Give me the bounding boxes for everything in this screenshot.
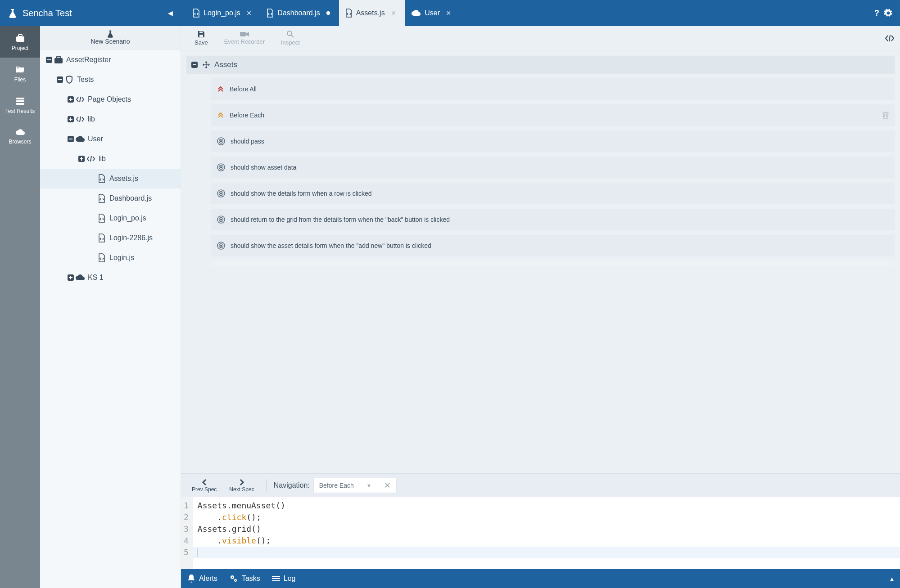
help-button[interactable]: ? bbox=[874, 9, 879, 18]
expand-icon[interactable] bbox=[66, 96, 75, 103]
file-code-icon bbox=[345, 9, 353, 18]
line-gutter: 12345 bbox=[181, 497, 193, 569]
spec-row[interactable]: should return to the grid from the detai… bbox=[211, 209, 895, 230]
svg-line-30 bbox=[291, 35, 294, 37]
tree-node-page-objects[interactable]: Page Objects bbox=[40, 90, 181, 109]
activity-test-results[interactable]: Test Results bbox=[0, 89, 40, 121]
expand-icon[interactable] bbox=[45, 56, 54, 63]
chevron-left-icon bbox=[201, 478, 208, 486]
new-scenario-button[interactable]: New Scenario bbox=[40, 26, 181, 50]
svg-rect-6 bbox=[47, 59, 51, 60]
tab-dashboard-js[interactable]: Dashboard.js bbox=[260, 0, 339, 26]
move-icon bbox=[203, 61, 210, 68]
svg-point-46 bbox=[221, 167, 222, 168]
navigation-select[interactable]: Before Each ▾ ✕ bbox=[313, 478, 397, 493]
tree-node-tests[interactable]: Tests bbox=[40, 70, 181, 90]
save-button[interactable]: Save bbox=[186, 28, 216, 48]
spec-row[interactable]: Before All bbox=[211, 78, 895, 100]
chevron-down-icon: ▾ bbox=[367, 482, 371, 489]
inspect-button[interactable]: Inspect bbox=[273, 28, 308, 48]
svg-rect-20 bbox=[69, 139, 72, 139]
tree-node-user[interactable]: User bbox=[40, 129, 181, 149]
code-editor[interactable]: 12345 Assets.menuAsset() .click();Assets… bbox=[181, 497, 900, 569]
svg-rect-33 bbox=[193, 64, 196, 65]
tabs-area: Login_po.js×Dashboard.jsAssets.js×User×? bbox=[181, 0, 900, 26]
cloud-icon bbox=[75, 274, 85, 281]
tasks-button[interactable]: Tasks bbox=[229, 574, 260, 583]
tree-node-lib[interactable]: lib bbox=[40, 109, 181, 129]
svg-point-59 bbox=[235, 580, 236, 581]
svg-line-31 bbox=[889, 35, 890, 41]
tree-node-assets-js[interactable]: Assets.js bbox=[40, 169, 181, 189]
clear-navigation-button[interactable]: ✕ bbox=[384, 480, 391, 490]
trash-icon[interactable] bbox=[882, 111, 889, 119]
code-content[interactable]: Assets.menuAsset() .click();Assets.grid(… bbox=[193, 497, 900, 569]
file-code-icon bbox=[193, 9, 200, 18]
prev-spec-button[interactable]: Prev Spec bbox=[187, 478, 221, 493]
close-icon[interactable]: × bbox=[446, 9, 451, 18]
svg-rect-4 bbox=[16, 103, 24, 105]
file-code-icon bbox=[267, 9, 274, 18]
file-code-icon bbox=[97, 214, 107, 223]
alerts-button[interactable]: Alerts bbox=[187, 574, 217, 583]
tree-node-dashboard-js[interactable]: Dashboard.js bbox=[40, 189, 181, 208]
spec-row[interactable]: should show the asset details form when … bbox=[211, 235, 895, 256]
expand-icon[interactable] bbox=[66, 135, 75, 143]
svg-rect-10 bbox=[58, 79, 62, 80]
log-button[interactable]: Log bbox=[272, 575, 296, 583]
new-scenario-label: New Scenario bbox=[90, 38, 130, 45]
spec-placeholder bbox=[211, 261, 895, 266]
tab-user[interactable]: User× bbox=[405, 0, 460, 26]
expand-status-button[interactable]: ▴ bbox=[890, 575, 894, 583]
spec-row[interactable]: Before Each bbox=[211, 104, 895, 126]
code-icon bbox=[75, 96, 85, 103]
tree-node-ks-1[interactable]: KS 1 bbox=[40, 268, 181, 287]
tree-node-login-po-js[interactable]: Login_po.js bbox=[40, 208, 181, 228]
spec-list: Assets Before AllBefore Eachshould passs… bbox=[181, 50, 900, 473]
svg-rect-3 bbox=[16, 100, 24, 102]
app-title: Sencha Test bbox=[23, 8, 72, 18]
tree-node-assetregister[interactable]: AssetRegister bbox=[40, 50, 181, 70]
tree-node-login-js[interactable]: Login.js bbox=[40, 248, 181, 268]
tree-node-login-2286-js[interactable]: Login-2286.js bbox=[40, 228, 181, 248]
svg-point-52 bbox=[221, 219, 222, 220]
expand-icon[interactable] bbox=[66, 274, 75, 281]
tree-node-lib[interactable]: lib bbox=[40, 149, 181, 169]
target-icon bbox=[217, 163, 225, 171]
spec-row[interactable]: should show the details form when a row … bbox=[211, 183, 895, 204]
target-icon bbox=[217, 242, 225, 250]
close-icon[interactable]: × bbox=[247, 9, 252, 18]
next-spec-button[interactable]: Next Spec bbox=[225, 478, 258, 493]
event-recorder-button[interactable]: Event Recorder bbox=[216, 29, 273, 47]
svg-rect-2 bbox=[16, 98, 24, 99]
spec-row[interactable]: should show asset data bbox=[211, 157, 895, 178]
svg-point-57 bbox=[231, 577, 233, 578]
activity-browsers[interactable]: Browsers bbox=[0, 121, 40, 151]
spec-nav-bar: Prev Spec Next Spec Navigation: Before E… bbox=[181, 474, 900, 497]
briefcase-icon bbox=[54, 56, 63, 64]
target-icon bbox=[217, 215, 225, 224]
cloud-icon bbox=[75, 135, 85, 143]
svg-point-49 bbox=[221, 193, 222, 194]
tab-login-po-js[interactable]: Login_po.js× bbox=[186, 0, 260, 26]
activity-files[interactable]: Files bbox=[0, 58, 40, 89]
chevron-up-icon bbox=[217, 112, 224, 118]
code-view-toggle[interactable] bbox=[885, 35, 895, 42]
spec-row[interactable]: should pass bbox=[211, 130, 895, 152]
expand-icon[interactable] bbox=[55, 76, 64, 83]
flask-icon bbox=[107, 30, 114, 38]
suite-header[interactable]: Assets bbox=[186, 56, 895, 74]
activity-project[interactable]: Project bbox=[0, 26, 40, 58]
svg-rect-17 bbox=[70, 117, 71, 121]
expand-icon[interactable] bbox=[66, 116, 75, 123]
tab-assets-js[interactable]: Assets.js× bbox=[339, 0, 405, 26]
expand-icon[interactable] bbox=[77, 155, 86, 162]
gear-icon bbox=[229, 574, 238, 583]
code-icon bbox=[75, 116, 85, 122]
svg-rect-13 bbox=[70, 98, 71, 101]
shield-icon bbox=[64, 76, 74, 84]
close-icon[interactable]: × bbox=[391, 9, 396, 18]
svg-rect-8 bbox=[57, 56, 60, 58]
collapse-sidebar-button[interactable]: ◀ bbox=[168, 9, 173, 17]
settings-button[interactable] bbox=[884, 9, 893, 18]
